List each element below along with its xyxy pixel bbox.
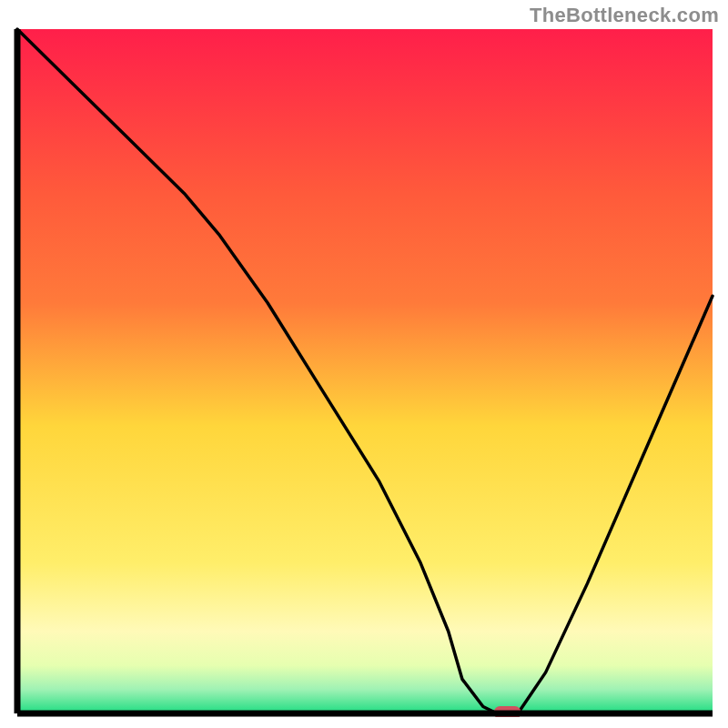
figure: TheBottleneck.com — [0, 0, 728, 728]
plot-svg — [14, 25, 716, 717]
plot-area — [14, 25, 716, 717]
watermark-text: TheBottleneck.com — [530, 4, 719, 27]
